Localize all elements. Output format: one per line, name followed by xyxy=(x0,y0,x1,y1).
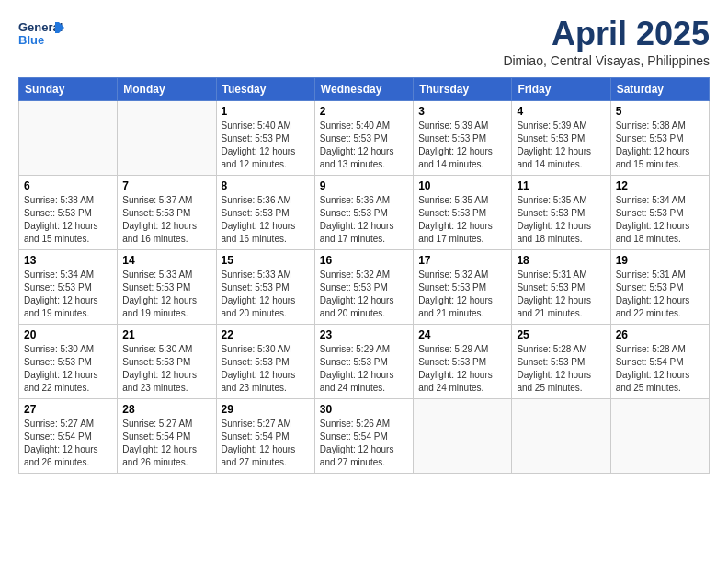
day-number: 15 xyxy=(222,254,310,267)
day-info: Sunrise: 5:27 AM Sunset: 5:54 PM Dayligh… xyxy=(122,418,210,469)
calendar-cell: 15Sunrise: 5:33 AM Sunset: 5:53 PM Dayli… xyxy=(216,250,314,325)
svg-rect-3 xyxy=(55,22,59,33)
day-info: Sunrise: 5:30 AM Sunset: 5:53 PM Dayligh… xyxy=(122,343,210,395)
col-header-monday: Monday xyxy=(118,78,216,101)
calendar-cell: 12Sunrise: 5:34 AM Sunset: 5:53 PM Dayli… xyxy=(610,176,709,250)
day-number: 29 xyxy=(222,403,310,416)
day-number: 20 xyxy=(24,328,112,341)
day-number: 7 xyxy=(122,179,210,192)
day-info: Sunrise: 5:34 AM Sunset: 5:53 PM Dayligh… xyxy=(24,269,112,320)
day-info: Sunrise: 5:29 AM Sunset: 5:53 PM Dayligh… xyxy=(418,343,506,395)
month-title: April 2025 xyxy=(503,15,710,53)
col-header-tuesday: Tuesday xyxy=(216,78,314,101)
day-number: 5 xyxy=(616,105,704,118)
day-info: Sunrise: 5:28 AM Sunset: 5:53 PM Dayligh… xyxy=(517,343,605,395)
calendar-cell: 1Sunrise: 5:40 AM Sunset: 5:53 PM Daylig… xyxy=(216,101,314,176)
calendar-cell: 10Sunrise: 5:35 AM Sunset: 5:53 PM Dayli… xyxy=(414,176,512,250)
calendar-cell: 5Sunrise: 5:38 AM Sunset: 5:53 PM Daylig… xyxy=(610,101,709,176)
day-info: Sunrise: 5:36 AM Sunset: 5:53 PM Dayligh… xyxy=(222,194,310,246)
day-info: Sunrise: 5:30 AM Sunset: 5:53 PM Dayligh… xyxy=(24,343,112,395)
day-number: 14 xyxy=(122,254,210,267)
day-number: 6 xyxy=(24,179,112,192)
calendar-cell: 21Sunrise: 5:30 AM Sunset: 5:53 PM Dayli… xyxy=(118,325,216,399)
calendar-table: SundayMondayTuesdayWednesdayThursdayFrid… xyxy=(18,77,710,474)
day-number: 24 xyxy=(418,328,506,341)
calendar-cell: 2Sunrise: 5:40 AM Sunset: 5:53 PM Daylig… xyxy=(314,101,413,176)
calendar-header-row: SundayMondayTuesdayWednesdayThursdayFrid… xyxy=(19,78,710,101)
col-header-sunday: Sunday xyxy=(19,78,118,101)
day-number: 8 xyxy=(222,179,310,192)
title-block: April 2025 Dimiao, Central Visayas, Phil… xyxy=(503,15,710,68)
day-number: 2 xyxy=(320,105,408,118)
calendar-cell: 25Sunrise: 5:28 AM Sunset: 5:53 PM Dayli… xyxy=(512,325,610,399)
day-number: 25 xyxy=(517,328,605,341)
calendar-cell: 26Sunrise: 5:28 AM Sunset: 5:54 PM Dayli… xyxy=(610,325,709,399)
calendar-cell xyxy=(118,101,216,176)
logo-icon: General Blue xyxy=(18,15,64,52)
calendar-cell: 11Sunrise: 5:35 AM Sunset: 5:53 PM Dayli… xyxy=(512,176,610,250)
calendar-cell: 20Sunrise: 5:30 AM Sunset: 5:53 PM Dayli… xyxy=(19,325,118,399)
day-info: Sunrise: 5:33 AM Sunset: 5:53 PM Dayligh… xyxy=(222,269,310,320)
day-info: Sunrise: 5:35 AM Sunset: 5:53 PM Dayligh… xyxy=(517,194,605,246)
day-number: 21 xyxy=(122,328,210,341)
day-number: 19 xyxy=(616,254,704,267)
calendar-week-row: 1Sunrise: 5:40 AM Sunset: 5:53 PM Daylig… xyxy=(19,101,710,176)
col-header-wednesday: Wednesday xyxy=(314,78,413,101)
day-info: Sunrise: 5:35 AM Sunset: 5:53 PM Dayligh… xyxy=(418,194,506,246)
calendar-cell: 28Sunrise: 5:27 AM Sunset: 5:54 PM Dayli… xyxy=(118,399,216,474)
calendar-cell: 18Sunrise: 5:31 AM Sunset: 5:53 PM Dayli… xyxy=(512,250,610,325)
day-info: Sunrise: 5:38 AM Sunset: 5:53 PM Dayligh… xyxy=(24,194,112,246)
calendar-cell: 17Sunrise: 5:32 AM Sunset: 5:53 PM Dayli… xyxy=(414,250,512,325)
day-number: 27 xyxy=(24,403,112,416)
day-info: Sunrise: 5:27 AM Sunset: 5:54 PM Dayligh… xyxy=(24,418,112,469)
day-info: Sunrise: 5:26 AM Sunset: 5:54 PM Dayligh… xyxy=(320,418,408,469)
day-number: 17 xyxy=(418,254,506,267)
calendar-cell: 29Sunrise: 5:27 AM Sunset: 5:54 PM Dayli… xyxy=(216,399,314,474)
calendar-week-row: 13Sunrise: 5:34 AM Sunset: 5:53 PM Dayli… xyxy=(19,250,710,325)
page-header: General Blue April 2025 Dimiao, Central … xyxy=(18,15,710,68)
calendar-cell: 22Sunrise: 5:30 AM Sunset: 5:53 PM Dayli… xyxy=(216,325,314,399)
col-header-friday: Friday xyxy=(512,78,610,101)
day-number: 23 xyxy=(320,328,408,341)
day-info: Sunrise: 5:39 AM Sunset: 5:53 PM Dayligh… xyxy=(517,120,605,171)
day-info: Sunrise: 5:39 AM Sunset: 5:53 PM Dayligh… xyxy=(418,120,506,171)
logo: General Blue xyxy=(18,15,64,52)
calendar-cell: 6Sunrise: 5:38 AM Sunset: 5:53 PM Daylig… xyxy=(19,176,118,250)
calendar-cell: 23Sunrise: 5:29 AM Sunset: 5:53 PM Dayli… xyxy=(314,325,413,399)
location-title: Dimiao, Central Visayas, Philippines xyxy=(503,53,710,68)
day-info: Sunrise: 5:30 AM Sunset: 5:53 PM Dayligh… xyxy=(222,343,310,395)
svg-text:Blue: Blue xyxy=(18,33,44,47)
day-info: Sunrise: 5:37 AM Sunset: 5:53 PM Dayligh… xyxy=(122,194,210,246)
day-number: 11 xyxy=(517,179,605,192)
calendar-cell: 14Sunrise: 5:33 AM Sunset: 5:53 PM Dayli… xyxy=(118,250,216,325)
day-number: 16 xyxy=(320,254,408,267)
day-number: 1 xyxy=(222,105,310,118)
day-info: Sunrise: 5:31 AM Sunset: 5:53 PM Dayligh… xyxy=(616,269,704,320)
day-info: Sunrise: 5:27 AM Sunset: 5:54 PM Dayligh… xyxy=(222,418,310,469)
calendar-week-row: 6Sunrise: 5:38 AM Sunset: 5:53 PM Daylig… xyxy=(19,176,710,250)
day-number: 30 xyxy=(320,403,408,416)
calendar-cell: 4Sunrise: 5:39 AM Sunset: 5:53 PM Daylig… xyxy=(512,101,610,176)
day-info: Sunrise: 5:33 AM Sunset: 5:53 PM Dayligh… xyxy=(122,269,210,320)
day-info: Sunrise: 5:40 AM Sunset: 5:53 PM Dayligh… xyxy=(222,120,310,171)
day-number: 18 xyxy=(517,254,605,267)
day-number: 26 xyxy=(616,328,704,341)
day-info: Sunrise: 5:34 AM Sunset: 5:53 PM Dayligh… xyxy=(616,194,704,246)
calendar-cell: 30Sunrise: 5:26 AM Sunset: 5:54 PM Dayli… xyxy=(314,399,413,474)
day-number: 13 xyxy=(24,254,112,267)
day-info: Sunrise: 5:40 AM Sunset: 5:53 PM Dayligh… xyxy=(320,120,408,171)
day-info: Sunrise: 5:28 AM Sunset: 5:54 PM Dayligh… xyxy=(616,343,704,395)
day-number: 3 xyxy=(418,105,506,118)
day-info: Sunrise: 5:31 AM Sunset: 5:53 PM Dayligh… xyxy=(517,269,605,320)
day-info: Sunrise: 5:36 AM Sunset: 5:53 PM Dayligh… xyxy=(320,194,408,246)
day-number: 10 xyxy=(418,179,506,192)
calendar-cell xyxy=(610,399,709,474)
col-header-thursday: Thursday xyxy=(414,78,512,101)
day-number: 4 xyxy=(517,105,605,118)
calendar-cell: 13Sunrise: 5:34 AM Sunset: 5:53 PM Dayli… xyxy=(19,250,118,325)
day-number: 12 xyxy=(616,179,704,192)
day-number: 28 xyxy=(122,403,210,416)
calendar-cell xyxy=(512,399,610,474)
calendar-cell: 24Sunrise: 5:29 AM Sunset: 5:53 PM Dayli… xyxy=(414,325,512,399)
calendar-cell: 8Sunrise: 5:36 AM Sunset: 5:53 PM Daylig… xyxy=(216,176,314,250)
